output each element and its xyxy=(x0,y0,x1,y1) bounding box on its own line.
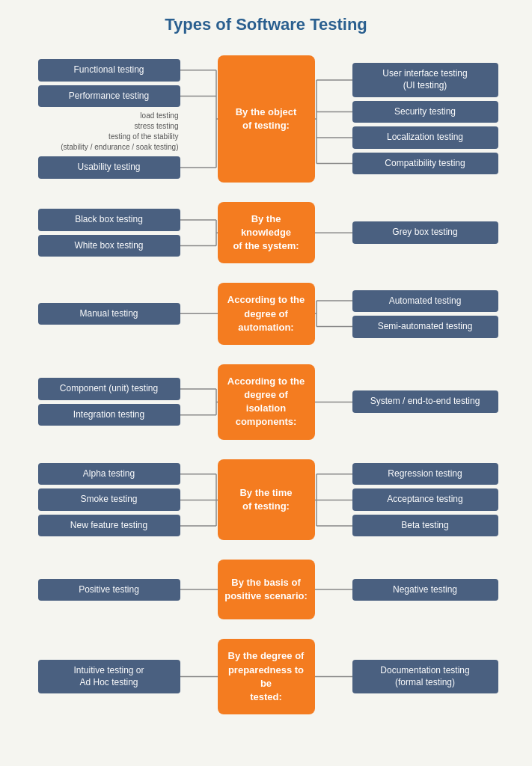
left-node: New feature testing xyxy=(38,515,180,537)
center-box: By the knowledge of the system: xyxy=(218,202,315,264)
page-title: Types of Software Testing xyxy=(7,15,525,34)
row-wrapper: Functional testingPerformance testingloa… xyxy=(12,55,521,183)
center-box: By the degree of preparedness to be test… xyxy=(218,639,315,714)
left-node: Integration testing xyxy=(38,404,180,426)
row-wrapper: Alpha testingSmoke testingNew feature te… xyxy=(12,459,521,541)
subnote: stress testing xyxy=(135,121,179,132)
left-node: White box testing xyxy=(38,235,180,257)
left-node: Positive testing xyxy=(38,579,180,601)
center-box: According to the degree of automation: xyxy=(218,283,315,345)
right-node: Semi-automated testing xyxy=(352,316,498,338)
left-node: Component (unit) testing xyxy=(38,378,180,400)
right-node: Regression testing xyxy=(352,463,498,485)
right-node: Negative testing xyxy=(352,579,498,601)
right-node: User interface testing (UI testing) xyxy=(352,63,498,96)
row-wrapper: Component (unit) testingIntegration test… xyxy=(12,364,521,440)
right-node: Security testing xyxy=(352,101,498,123)
center-box: By the basis of positive scenario: xyxy=(218,560,315,619)
subnote: (stability / endurance / soak testing) xyxy=(61,142,178,153)
right-node: Automated testing xyxy=(352,290,498,313)
right-node: Documentation testing (formal testing) xyxy=(352,660,498,693)
center-box: By the time of testing: xyxy=(218,459,315,541)
left-node: Manual testing xyxy=(38,303,180,325)
left-node: Alpha testing xyxy=(38,463,180,485)
subnote: testing of the stability xyxy=(108,132,178,142)
right-node: System / end-to-end testing xyxy=(352,390,498,413)
left-node: Functional testing xyxy=(38,59,180,82)
diagram: Functional testingPerformance testingloa… xyxy=(7,55,525,717)
center-box: By the object of testing: xyxy=(218,55,315,183)
left-node: Performance testing xyxy=(38,85,180,108)
right-node: Compatibility testing xyxy=(352,153,498,175)
left-node: Smoke testing xyxy=(38,488,180,511)
left-node: Intuitive testing or Ad Hoc testing xyxy=(38,660,180,693)
subnote: load testing xyxy=(140,111,178,121)
left-node: Usability testing xyxy=(38,156,180,179)
center-box: According to the degree of isolation com… xyxy=(218,364,315,440)
right-node: Grey box testing xyxy=(352,221,498,244)
row-wrapper: Manual testingAccording to the degree of… xyxy=(12,283,521,345)
left-node: Black box testing xyxy=(38,209,180,231)
right-node: Beta testing xyxy=(352,515,498,537)
right-node: Localization testing xyxy=(352,126,498,149)
row-wrapper: Positive testingBy the basis of positive… xyxy=(12,560,521,619)
row-wrapper: Intuitive testing or Ad Hoc testingBy th… xyxy=(12,639,521,714)
row-wrapper: Black box testingWhite box testingBy the… xyxy=(12,202,521,264)
right-node: Acceptance testing xyxy=(352,488,498,511)
